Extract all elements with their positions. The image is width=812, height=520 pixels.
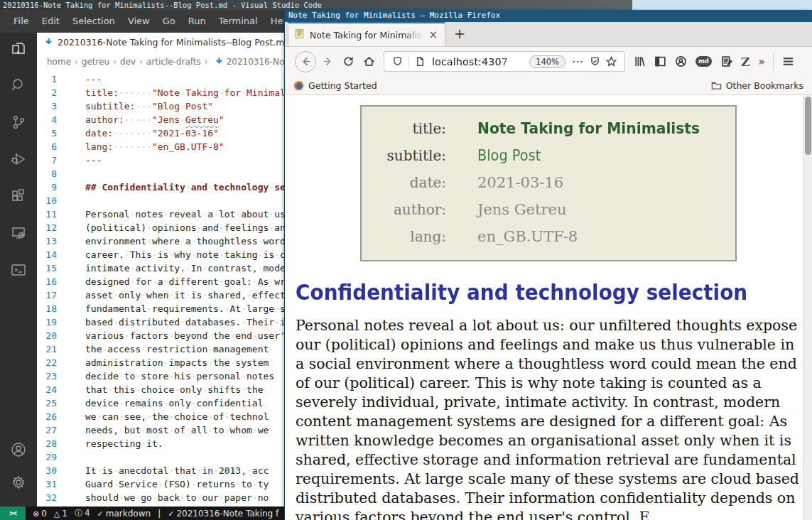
- sidebars-icon[interactable]: [654, 55, 666, 67]
- editor-tab-label: 20210316-Note Taking for Minimalists--Bl…: [58, 37, 290, 48]
- extensions-icon[interactable]: [10, 188, 27, 205]
- account-icon[interactable]: [675, 55, 687, 67]
- editor-tab[interactable]: 20210316-Note Taking for Minimalists--Bl…: [37, 33, 298, 52]
- source-control-icon[interactable]: [10, 114, 27, 131]
- shield-check-icon[interactable]: [590, 56, 600, 67]
- firefox-tabstrip: Note Taking for Minimalis × +: [285, 22, 812, 47]
- menu-view[interactable]: View: [121, 10, 156, 33]
- tracking-shield-icon[interactable]: [392, 56, 403, 67]
- page-heading: Confidentiality and technology selection: [296, 280, 776, 305]
- bookmark-getting-started[interactable]: Getting Started: [293, 80, 377, 91]
- meta-row-date: date: 2021-03-16: [372, 169, 725, 196]
- scrollbar-thumb[interactable]: [805, 97, 811, 155]
- remote-indicator[interactable]: ><: [0, 507, 26, 520]
- menu-selection[interactable]: Selection: [66, 10, 121, 33]
- hamburger-menu-icon[interactable]: [782, 55, 794, 67]
- line-number: 24: [37, 383, 65, 396]
- line-number: 21: [37, 342, 65, 356]
- line-number: 25: [37, 396, 65, 410]
- breadcrumb-article-drafts[interactable]: article-drafts: [146, 57, 201, 67]
- menu-file[interactable]: File: [7, 10, 36, 33]
- firefox-tab-title: Note Taking for Minimalis: [310, 30, 427, 40]
- firefox-titlebar[interactable]: Note Taking for Minimalists — Mozilla Fi…: [285, 10, 812, 22]
- meta-label: date:: [372, 169, 446, 196]
- zoom-level-badge[interactable]: 140%: [529, 55, 565, 68]
- page-content: title: Note Taking for Minimalists subti…: [285, 95, 812, 520]
- line-number: 8: [37, 167, 65, 180]
- firefox-window-title: Note Taking for Minimalists — Mozilla Fi…: [288, 11, 500, 20]
- breadcrumb-dev[interactable]: dev: [120, 57, 136, 67]
- error-icon: ⊗: [33, 509, 39, 519]
- meta-row-title: title: Note Taking for Minimalists: [372, 115, 725, 142]
- activity-bar: [0, 33, 37, 507]
- info-icon: ⓘ: [75, 509, 82, 518]
- forward-button[interactable]: [322, 55, 334, 67]
- check-icon: ✓: [97, 509, 104, 519]
- settings-gear-icon[interactable]: [10, 474, 27, 491]
- page-identity-icon[interactable]: [415, 56, 426, 67]
- terminal-panel-icon[interactable]: [10, 261, 27, 278]
- firefox-logo-icon: [293, 80, 304, 91]
- language-mode[interactable]: ✓markdown: [97, 509, 151, 519]
- folder-icon: [711, 80, 722, 91]
- page-actions-icon[interactable]: ⋯: [572, 55, 584, 68]
- clipboard-extension-icon[interactable]: [720, 55, 732, 67]
- line-number: 2: [37, 86, 65, 99]
- menu-terminal[interactable]: Terminal: [212, 10, 264, 33]
- menu-run[interactable]: Run: [182, 10, 212, 33]
- meta-value-author: Jens Getreu: [477, 196, 725, 223]
- problems-errors[interactable]: ⊗0: [33, 509, 47, 519]
- line-number: 32: [37, 491, 65, 504]
- zotero-icon[interactable]: Z: [741, 55, 749, 69]
- url-bar[interactable]: localhost:4307 140% ⋯: [384, 51, 625, 72]
- run-debug-icon[interactable]: [10, 151, 27, 168]
- line-number: 19: [37, 315, 65, 329]
- home-button[interactable]: [363, 55, 375, 67]
- menu-edit[interactable]: Edit: [36, 10, 66, 33]
- line-number: 28: [37, 437, 65, 450]
- line-number: 7: [37, 153, 65, 167]
- overflow-menu-icon[interactable]: »: [758, 55, 764, 68]
- line-number: 13: [37, 234, 65, 248]
- breadcrumb-getreu[interactable]: getreu: [82, 57, 109, 67]
- file-status[interactable]: ✓20210316-Note Taking f: [168, 509, 278, 519]
- menu-go[interactable]: Go: [156, 10, 182, 33]
- meta-label: title:: [372, 115, 446, 142]
- line-number: 20: [37, 329, 65, 342]
- explorer-icon[interactable]: [10, 40, 27, 57]
- tab-close-icon[interactable]: ×: [427, 30, 439, 40]
- meta-label: lang:: [372, 223, 446, 250]
- back-button[interactable]: [295, 51, 316, 72]
- firefox-tab[interactable]: Note Taking for Minimalis ×: [288, 22, 445, 46]
- line-number: 30: [37, 464, 65, 477]
- meta-row-author: author: Jens Getreu: [372, 196, 725, 223]
- page-paragraph: Personal notes reveal a lot about us: ou…: [296, 316, 799, 520]
- remote-explorer-icon[interactable]: [10, 224, 27, 242]
- bookmarks-bar: Getting Started Other Bookmarks: [285, 76, 812, 95]
- search-icon[interactable]: [10, 77, 27, 94]
- line-number: 23: [37, 369, 65, 383]
- front-matter-box: title: Note Taking for Minimalists subti…: [360, 105, 737, 261]
- page-scrollbar[interactable]: [803, 95, 812, 520]
- breadcrumb-home[interactable]: home: [47, 57, 71, 67]
- markdown-extension-icon[interactable]: md: [695, 56, 712, 67]
- markdown-file-icon: [215, 57, 224, 66]
- meta-value-lang: en_GB.UTF-8: [477, 223, 725, 250]
- new-tab-button[interactable]: +: [445, 22, 474, 46]
- line-number: 4: [37, 113, 65, 126]
- problems-warnings[interactable]: △1: [54, 509, 67, 519]
- account-icon[interactable]: [10, 441, 27, 458]
- vscode-titlebar[interactable]: 20210316-Note Taking for Minimalists--Bl…: [0, 0, 632, 10]
- bookmark-star-icon[interactable]: [606, 56, 617, 67]
- line-number: 1: [37, 72, 65, 86]
- firefox-toolbar: localhost:4307 140% ⋯ md Z »: [285, 47, 812, 76]
- markdown-file-icon: [44, 38, 53, 47]
- url-text[interactable]: localhost:4307: [432, 56, 526, 67]
- other-bookmarks-folder[interactable]: Other Bookmarks: [711, 80, 803, 91]
- line-number: 15: [37, 261, 65, 275]
- library-icon[interactable]: [634, 55, 646, 67]
- meta-value-date: 2021-03-16: [477, 169, 725, 196]
- reload-button[interactable]: [342, 55, 354, 67]
- problems-infos[interactable]: ⓘ4: [75, 508, 90, 519]
- line-number: 10: [37, 194, 65, 207]
